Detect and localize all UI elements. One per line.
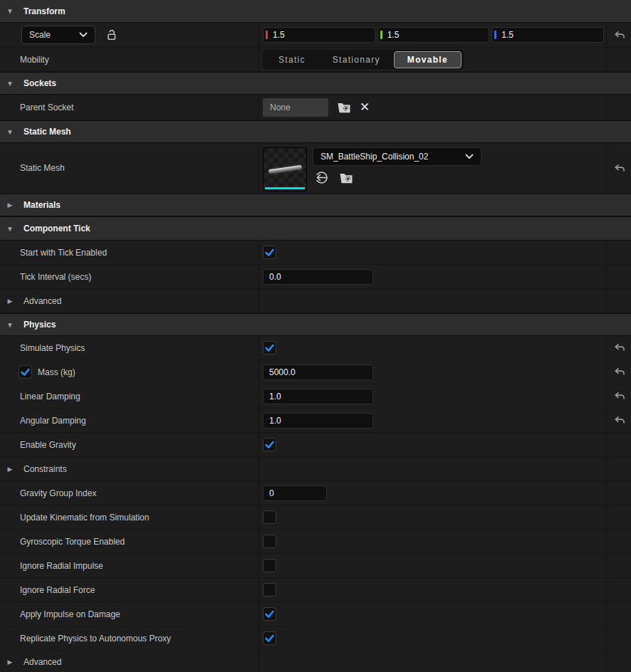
scale-name-cell: Scale: [0, 23, 259, 47]
advanced-value-cell: [259, 651, 606, 672]
scale-y-field-wrap: [377, 27, 490, 43]
replicate-physics-label: Replicate Physics to Autonomous Proxy: [0, 626, 259, 650]
mobility-segmented-control: Static Stationary Movable: [263, 50, 464, 69]
scale-x-input[interactable]: [263, 27, 375, 43]
mass-value-cell: [259, 360, 606, 384]
mass-label: Mass (kg): [38, 367, 75, 377]
static-mesh-thumbnail[interactable]: [263, 147, 307, 191]
gravity-group-index-value-cell: [259, 481, 606, 505]
gyroscopic-torque-action-cell: [606, 530, 631, 553]
folder-search-icon: [339, 171, 353, 184]
simulate-physics-checkbox[interactable]: [263, 341, 276, 355]
angular-damping-input[interactable]: [263, 413, 373, 429]
section-header-physics[interactable]: ▼ Physics: [0, 313, 631, 336]
enable-gravity-value-cell: [259, 433, 606, 456]
ignore-radial-impulse-row: Ignore Radial Impulse: [0, 554, 631, 578]
start-with-tick-checkbox[interactable]: [263, 246, 276, 259]
static-mesh-row: Static Mesh SM_BattleShip_Collision_02: [0, 143, 631, 194]
update-kinematic-value-cell: [259, 505, 606, 529]
tick-interval-action-cell: [606, 265, 631, 288]
physics-advanced-expander[interactable]: ▶ Advanced: [0, 651, 259, 672]
update-kinematic-checkbox[interactable]: [263, 510, 276, 524]
section-title: Transform: [24, 6, 66, 16]
parent-socket-action-cell: [606, 95, 631, 120]
reset-mass-button[interactable]: [613, 366, 625, 378]
mesh-preview-shape: [268, 165, 302, 174]
check-icon: [264, 632, 276, 644]
replicate-physics-value-cell: [259, 626, 606, 650]
ignore-radial-impulse-value-cell: [259, 554, 606, 577]
scale-lock-toggle[interactable]: [105, 28, 118, 41]
reset-scale-button[interactable]: [613, 29, 625, 41]
undo-icon: [613, 342, 625, 354]
advanced-value-cell: [259, 289, 606, 313]
section-header-static-mesh[interactable]: ▼ Static Mesh: [0, 120, 631, 143]
section-header-materials[interactable]: ▶ Materials: [0, 194, 631, 216]
gravity-group-index-row: Gravity Group Index: [0, 481, 631, 505]
parent-socket-input[interactable]: None: [263, 98, 328, 117]
tick-interval-input[interactable]: [263, 269, 373, 285]
mass-input[interactable]: [263, 364, 373, 380]
ignore-radial-impulse-checkbox[interactable]: [263, 559, 276, 572]
section-header-sockets[interactable]: ▼ Sockets: [0, 72, 631, 95]
static-mesh-dropdown[interactable]: SM_BattleShip_Collision_02: [313, 147, 481, 166]
replicate-physics-checkbox[interactable]: [263, 631, 276, 645]
angular-damping-action-cell: [606, 409, 631, 432]
use-selected-asset-button[interactable]: [314, 170, 329, 185]
transform-mode-dropdown[interactable]: Scale: [21, 26, 95, 44]
section-header-transform[interactable]: ▼ Transform: [0, 0, 631, 23]
browse-socket-button[interactable]: [337, 100, 351, 114]
reset-angular-damping-button[interactable]: [613, 414, 625, 426]
chevron-down-icon: [79, 32, 88, 38]
undo-icon: [613, 366, 625, 378]
mass-override-checkbox[interactable]: [19, 365, 32, 379]
gyroscopic-torque-checkbox[interactable]: [263, 535, 276, 548]
expand-closed-icon: ▶: [6, 298, 14, 305]
clear-socket-button[interactable]: ✕: [360, 101, 370, 113]
static-mesh-asset-name: SM_BattleShip_Collision_02: [320, 152, 428, 162]
expand-open-icon: ▼: [6, 128, 14, 136]
simulate-physics-row: Simulate Physics: [0, 336, 631, 360]
constraints-expander[interactable]: ▶ Constraints: [0, 457, 259, 481]
static-mesh-label: Static Mesh: [0, 143, 259, 193]
close-icon: ✕: [360, 101, 370, 113]
update-kinematic-action-cell: [606, 505, 631, 529]
linear-damping-input[interactable]: [263, 389, 373, 404]
angular-damping-label: Angular Damping: [0, 409, 259, 432]
enable-gravity-checkbox[interactable]: [263, 438, 276, 451]
reset-simulate-physics-button[interactable]: [613, 342, 625, 354]
check-icon: [264, 439, 276, 451]
apply-impulse-on-damage-action-cell: [606, 602, 631, 626]
gravity-group-index-action-cell: [606, 481, 631, 505]
asset-type-color-bar: [265, 187, 305, 189]
mobility-option-static[interactable]: Static: [265, 51, 319, 68]
constraints-label: Constraints: [24, 464, 67, 474]
undo-icon: [613, 414, 625, 426]
component-tick-advanced-expander[interactable]: ▶ Advanced: [0, 289, 259, 313]
mobility-option-stationary[interactable]: Stationary: [319, 51, 394, 68]
apply-impulse-on-damage-label: Apply Impulse on Damage: [0, 602, 259, 626]
static-mesh-value-cell: SM_BattleShip_Collision_02: [259, 143, 606, 193]
simulate-physics-action-cell: [606, 336, 631, 359]
browse-to-asset-button[interactable]: [339, 171, 353, 184]
reset-linear-damping-button[interactable]: [613, 390, 625, 402]
undo-icon: [613, 390, 625, 402]
scale-y-input[interactable]: [377, 27, 490, 43]
mobility-option-movable[interactable]: Movable: [394, 51, 461, 68]
physics-advanced-row: ▶ Advanced: [0, 651, 631, 672]
expand-open-icon: ▼: [6, 80, 14, 88]
reset-static-mesh-button[interactable]: [613, 162, 625, 174]
static-mesh-picker: SM_BattleShip_Collision_02: [263, 145, 481, 191]
section-title: Sockets: [24, 78, 56, 88]
apply-impulse-on-damage-checkbox[interactable]: [263, 607, 276, 621]
gravity-group-index-input[interactable]: [263, 485, 327, 501]
expand-closed-icon: ▶: [6, 658, 14, 666]
enable-gravity-row: Enable Gravity: [0, 433, 631, 457]
check-icon: [19, 366, 31, 378]
scale-z-input[interactable]: [491, 27, 604, 43]
ignore-radial-force-value-cell: [259, 578, 606, 602]
ignore-radial-force-row: Ignore Radial Force: [0, 578, 631, 602]
tick-interval-value-cell: [259, 265, 606, 288]
section-header-component-tick[interactable]: ▼ Component Tick: [0, 216, 631, 241]
ignore-radial-force-checkbox[interactable]: [263, 583, 276, 597]
